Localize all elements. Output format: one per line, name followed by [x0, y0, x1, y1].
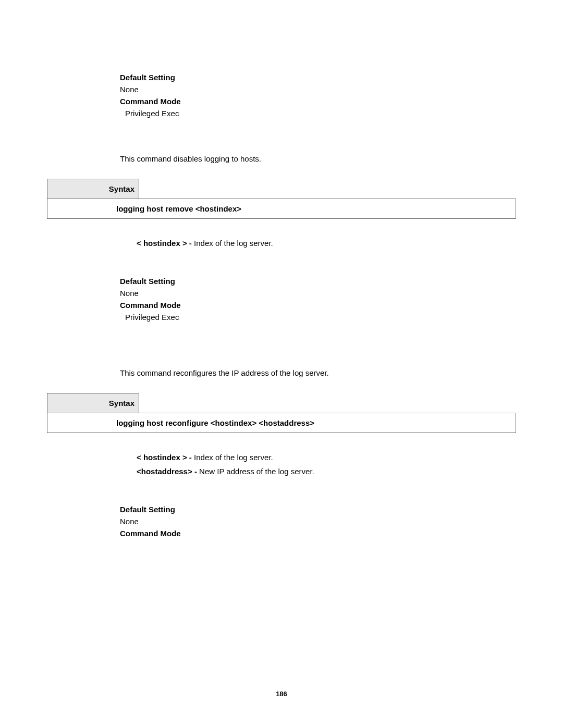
page-content: Default Setting None Command Mode Privil…: [0, 0, 563, 584]
param-name: <hostaddress> -: [137, 467, 199, 476]
default-setting-label: Default Setting: [120, 73, 516, 82]
param-name: < hostindex > -: [137, 453, 194, 462]
settings-block-2: Default Setting None Command Mode Privil…: [120, 277, 516, 322]
syntax-label: Syntax: [47, 179, 139, 199]
default-setting-value: None: [120, 85, 516, 94]
settings-block-3: Default Setting None Command Mode: [120, 505, 516, 538]
syntax-label: Syntax: [47, 393, 139, 413]
param-hostindex: < hostindex > - Index of the log server.: [137, 453, 516, 462]
default-setting-value: None: [120, 289, 516, 298]
param-hostaddress: <hostaddress> - New IP address of the lo…: [137, 467, 516, 476]
command-mode-label: Command Mode: [120, 301, 516, 310]
default-setting-label: Default Setting: [120, 505, 516, 514]
param-desc: New IP address of the log server.: [199, 467, 314, 476]
command-mode-value: Privileged Exec: [125, 313, 516, 322]
syntax-empty-cell: [139, 393, 516, 413]
command-mode-label: Command Mode: [120, 529, 516, 538]
default-setting-label: Default Setting: [120, 277, 516, 286]
syntax-command: logging host reconfigure <hostindex> <ho…: [47, 413, 516, 433]
syntax-table: Syntax logging host remove <hostindex>: [47, 179, 516, 219]
syntax-command: logging host remove <hostindex>: [47, 199, 516, 219]
param-hostindex: < hostindex > - Index of the log server.: [137, 239, 516, 248]
command-mode-label: Command Mode: [120, 97, 516, 106]
command-mode-value: Privileged Exec: [125, 109, 516, 118]
default-setting-value: None: [120, 517, 516, 526]
command-description: This command disables logging to hosts.: [120, 154, 516, 163]
command-description: This command reconfigures the IP address…: [120, 368, 516, 377]
param-name: < hostindex > -: [137, 239, 194, 248]
param-desc: Index of the log server.: [194, 453, 273, 462]
settings-block-1: Default Setting None Command Mode Privil…: [120, 73, 516, 118]
param-desc: Index of the log server.: [194, 239, 273, 248]
page-number: 186: [0, 690, 563, 698]
syntax-empty-cell: [139, 179, 516, 199]
syntax-table: Syntax logging host reconfigure <hostind…: [47, 393, 516, 433]
